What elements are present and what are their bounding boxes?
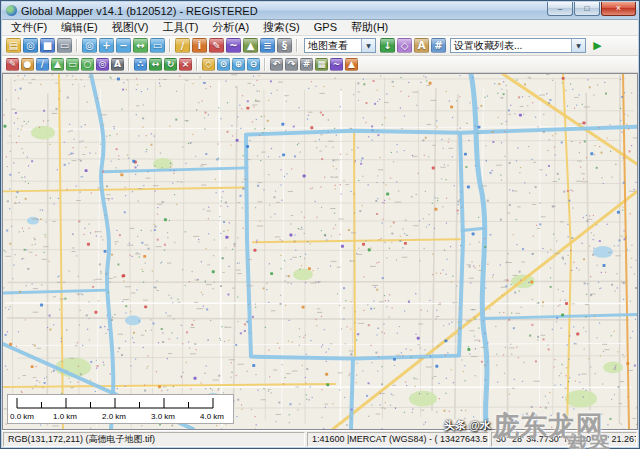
create-circle-icon[interactable]: ○ [81, 58, 94, 71]
scale-bar-ruler [8, 395, 233, 412]
edit-vertices-icon[interactable]: ∴ [134, 58, 147, 71]
open-file-icon[interactable]: ▤ [6, 38, 21, 53]
menu-item-0[interactable]: 文件(F) [4, 20, 54, 35]
digitizer-edit-icon[interactable]: ✎ [6, 58, 19, 71]
status-scale-projection: 1:41600 |MERCAT (WGS84) - ( 13427643.558… [307, 432, 489, 447]
combine-features-icon[interactable]: ⊕ [232, 58, 245, 71]
zoom-window-icon[interactable]: ▭ [150, 38, 165, 53]
feature-info-icon[interactable]: i [192, 38, 207, 53]
digitizer-icon[interactable]: ✎ [209, 38, 224, 53]
path-profile-icon[interactable]: ~ [226, 38, 241, 53]
toolbar-separator [76, 39, 78, 52]
pan-icon[interactable]: ↔ [133, 38, 148, 53]
undo-icon[interactable]: ↶ [270, 58, 283, 71]
map-view[interactable]: 0.0 km1.0 km2.0 km3.0 km4.0 km [2, 73, 638, 430]
scalebar-label: 3.0 km [151, 412, 175, 421]
measure-icon[interactable]: ∕ [175, 38, 190, 53]
scalebar-label: 0.0 km [10, 412, 34, 421]
view-3d-icon[interactable]: ▲ [243, 38, 258, 53]
window-title: Global Mapper v14.1 (b120512) - REGISTER… [21, 5, 546, 17]
create-area-icon[interactable]: ▲ [51, 58, 64, 71]
map-view-combo-value: 地图查看 [305, 39, 361, 52]
map-view-combo-dropdown-arrow-icon[interactable]: ▼ [361, 39, 375, 52]
scale-bar-labels: 0.0 km1.0 km2.0 km3.0 km4.0 km [8, 412, 233, 423]
track-cursor-icon[interactable]: ▦ [315, 58, 328, 71]
toolbar-separator [264, 58, 266, 71]
toolbar-separator [196, 58, 198, 71]
toolbar-separator [128, 58, 130, 71]
measure-area-icon[interactable]: ◇ [202, 58, 215, 71]
scalebar-label: 4.0 km [200, 412, 224, 421]
open-online-data-icon[interactable]: ◎ [23, 38, 38, 53]
image-rectify-icon[interactable]: ◇ [397, 38, 412, 53]
menu-item-3[interactable]: 工具(T) [155, 20, 205, 35]
configuration-icon[interactable]: § [277, 38, 292, 53]
print-icon[interactable]: ▭ [57, 38, 72, 53]
script-editor-icon[interactable]: A [414, 38, 429, 53]
favorites-combo-value: 设置收藏列表... [451, 39, 571, 52]
create-text-icon[interactable]: A [111, 58, 124, 71]
close-button[interactable]: × [601, 2, 636, 16]
overlay-control-icon[interactable]: ≡ [260, 38, 275, 53]
toolbar-separator [296, 39, 298, 52]
create-line-icon[interactable]: ∕ [36, 58, 49, 71]
snap-toggle-icon[interactable]: # [300, 58, 313, 71]
buffer-icon[interactable]: ⊙ [217, 58, 230, 71]
create-range-rings-icon[interactable]: ◎ [96, 58, 109, 71]
menu-item-5[interactable]: 搜索(S) [256, 20, 307, 35]
menu-item-6[interactable]: GPS [307, 20, 344, 35]
global-mapper-window: Global Mapper v14.1 (b120512) - REGISTER… [0, 0, 640, 449]
map-canvas[interactable] [3, 74, 637, 429]
split-features-icon[interactable]: ⊖ [247, 58, 260, 71]
redo-icon[interactable]: ↷ [285, 58, 298, 71]
menu-bar: 文件(F)编辑(E)视图(V)工具(T)分析(A)搜索(S)GPS帮助(H) [2, 20, 638, 36]
file-toolbar: ▤◎■▭◎+−↔▭∕i✎~▲≡§地图查看▼↓◇A#设置收藏列表...▼▶ [2, 36, 638, 56]
move-feature-icon[interactable]: ↔ [149, 58, 162, 71]
full-view-icon[interactable]: ◎ [82, 38, 97, 53]
delete-feature-icon[interactable]: × [179, 58, 192, 71]
grid-tool-icon[interactable]: # [431, 38, 446, 53]
digitizer-toolbar: ✎●∕▲▭○◎A∴↔↻×◇⊙⊕⊖↶↷#▦~▲ [2, 56, 638, 73]
profile-tool-icon[interactable]: ~ [330, 58, 343, 71]
menu-item-4[interactable]: 分析(A) [205, 20, 256, 35]
status-bar: RGB(131,172,211) (高德电子地图.tif) 1:41600 |M… [2, 430, 638, 447]
menu-item-7[interactable]: 帮助(H) [344, 20, 395, 35]
maximize-button[interactable]: □ [574, 2, 600, 16]
zoom-in-icon[interactable]: + [99, 38, 114, 53]
create-rectangle-icon[interactable]: ▭ [66, 58, 79, 71]
scalebar-label: 2.0 km [102, 412, 126, 421]
app-icon [6, 5, 17, 16]
status-coordinates: 30° 28' 34.7730" N, 120° 37' 21.2678" E [491, 432, 637, 447]
minimize-button[interactable]: – [547, 2, 573, 16]
menu-item-2[interactable]: 视图(V) [105, 20, 156, 35]
view-shed-icon[interactable]: ▲ [345, 58, 358, 71]
favorites-combo-dropdown-arrow-icon[interactable]: ▼ [571, 39, 585, 52]
scale-bar: 0.0 km1.0 km2.0 km3.0 km4.0 km [7, 394, 234, 424]
apply-favorite-button[interactable]: ▶ [590, 38, 605, 53]
map-view-combo[interactable]: 地图查看▼ [304, 38, 376, 53]
download-data-icon[interactable]: ↓ [380, 38, 395, 53]
status-pixel-info: RGB(131,172,211) (高德电子地图.tif) [3, 432, 305, 447]
window-controls: – □ × [546, 2, 636, 19]
toolbar-separator [169, 39, 171, 52]
title-bar[interactable]: Global Mapper v14.1 (b120512) - REGISTER… [2, 2, 638, 20]
scalebar-label: 1.0 km [53, 412, 77, 421]
menu-item-1[interactable]: 编辑(E) [54, 20, 105, 35]
rotate-feature-icon[interactable]: ↻ [164, 58, 177, 71]
favorites-combo[interactable]: 设置收藏列表...▼ [450, 38, 586, 53]
create-point-icon[interactable]: ● [21, 58, 34, 71]
zoom-out-icon[interactable]: − [116, 38, 131, 53]
save-workspace-icon[interactable]: ■ [40, 38, 55, 53]
